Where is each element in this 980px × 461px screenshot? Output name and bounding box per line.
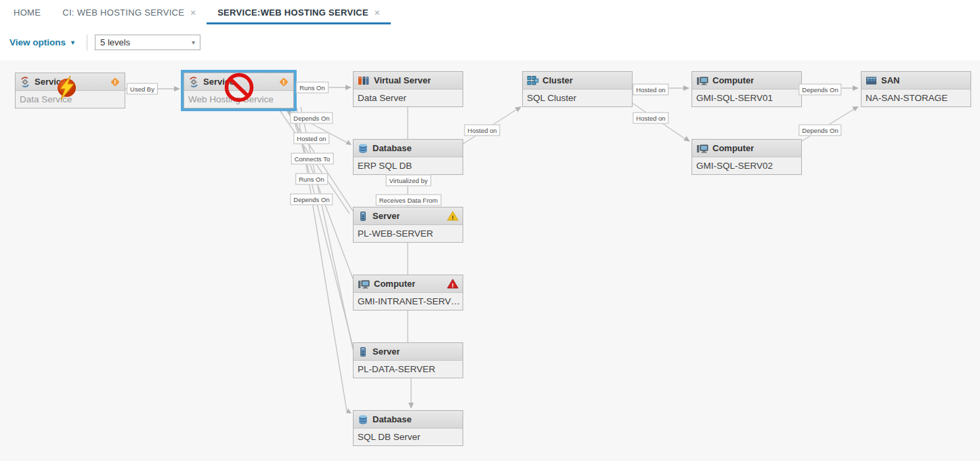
node-sql-db-server[interactable]: Database SQL DB Server — [353, 410, 463, 446]
node-type-label: Server — [372, 211, 400, 221]
service-icon — [188, 77, 199, 87]
edge-label: Depends On — [798, 125, 841, 136]
dependency-map-canvas[interactable]: Used By Runs On Depends On Hosted on Con… — [0, 60, 980, 461]
node-type-label: Database — [372, 414, 412, 424]
close-icon[interactable]: × — [190, 8, 196, 17]
node-name: PL-DATA-SERVER — [354, 361, 463, 378]
edge-label: Runs On — [295, 174, 328, 185]
tab-ci-label: CI: WEB HOSTING SERVICE — [62, 7, 184, 18]
edge-label: Virtualized by — [386, 175, 431, 186]
edge-label: Depends On — [290, 194, 333, 205]
node-data-server[interactable]: Virtual Server Data Server — [353, 71, 463, 107]
edge-label: Connects To — [291, 153, 334, 165]
node-type-label: Computer — [374, 279, 415, 289]
san-icon — [866, 75, 877, 86]
database-icon — [358, 414, 368, 425]
edge-label: Runs On — [296, 82, 328, 94]
computer-icon — [358, 279, 370, 289]
svg-text:!: ! — [283, 79, 285, 85]
edge-lines — [0, 60, 980, 461]
node-name: SQL DB Server — [354, 428, 463, 445]
edge-label: Used By — [127, 83, 158, 95]
svg-text:!: ! — [452, 214, 454, 221]
edge-label: Hosted on — [293, 133, 329, 144]
node-type-label: Virtual Server — [374, 75, 431, 85]
edge-label: Hosted on — [633, 84, 668, 96]
close-icon[interactable]: × — [375, 8, 380, 17]
computer-icon — [696, 143, 708, 154]
node-name: SQL Cluster — [523, 89, 632, 106]
server-icon — [358, 346, 368, 357]
edge-label: Depends On — [798, 84, 841, 96]
node-na-san-storage[interactable]: SAN NA-SAN-STORAGE — [861, 71, 971, 107]
node-data-service[interactable]: Service ! Data Service — [15, 73, 125, 108]
node-gmi-intranet-server[interactable]: Computer ! GMI-INTRANET-SERV… — [353, 275, 463, 310]
tab-ci-web-hosting-service[interactable]: CI: WEB HOSTING SERVICE × — [51, 0, 207, 24]
tab-home[interactable]: HOME — [0, 0, 51, 24]
node-pl-web-server[interactable]: Server ! PL-WEB-SERVER — [353, 207, 463, 243]
tab-bar: HOME CI: WEB HOSTING SERVICE × SERVICE:W… — [0, 0, 980, 25]
node-type-label: Cluster — [542, 75, 573, 85]
service-icon — [20, 77, 30, 87]
toolbar-divider — [87, 35, 87, 51]
tab-service-label: SERVICE:WEB HOSTING SERVICE — [217, 7, 368, 18]
levels-select-value: 5 levels — [100, 37, 130, 47]
node-type-label: Computer — [712, 143, 754, 153]
node-name: Data Server — [354, 89, 463, 106]
no-entry-icon — [223, 72, 255, 103]
svg-text:!: ! — [114, 79, 116, 85]
node-type-label: Server — [372, 346, 400, 357]
cluster-icon — [527, 75, 538, 86]
virtual-server-icon — [358, 75, 370, 86]
tab-home-label: HOME — [14, 7, 41, 18]
warning-yellow-icon: ! — [447, 211, 459, 221]
view-options-label: View options — [9, 37, 66, 47]
node-name: GMI-INTRANET-SERV… — [354, 293, 463, 310]
computer-icon — [696, 75, 708, 86]
levels-select[interactable]: 5 levels ▾ — [95, 35, 200, 50]
node-gmi-sql-serv02[interactable]: Computer GMI-SQL-SERV02 — [691, 139, 802, 175]
database-icon — [358, 143, 368, 154]
edge-label: Depends On — [290, 113, 333, 124]
node-sql-cluster[interactable]: Cluster SQL Cluster — [522, 71, 633, 107]
node-gmi-sql-serv01[interactable]: Computer GMI-SQL-SERV01 — [691, 71, 802, 107]
edge-label: Hosted on — [464, 125, 500, 136]
view-options-button[interactable]: View options ▾ — [9, 37, 74, 47]
node-name: NA-SAN-STORAGE — [861, 89, 971, 106]
node-type-label: SAN — [881, 75, 899, 85]
node-erp-sql-db[interactable]: Database ERP SQL DB — [353, 139, 463, 175]
warning-diamond-icon: ! — [278, 77, 289, 87]
node-name: GMI-SQL-SERV01 — [692, 89, 801, 106]
node-name: PL-WEB-SERVER — [354, 225, 463, 242]
edge-label: Receives Data From — [376, 195, 442, 206]
node-name: ERP SQL DB — [354, 157, 463, 174]
outage-lightning-icon — [54, 75, 79, 100]
server-icon — [358, 211, 368, 222]
map-toolbar: View options ▾ 5 levels ▾ — [0, 24, 980, 61]
edge-label: Hosted on — [633, 113, 668, 124]
dependency-map-window: HOME CI: WEB HOSTING SERVICE × SERVICE:W… — [0, 0, 980, 461]
chevron-down-icon: ▾ — [192, 39, 195, 46]
tab-service-web-hosting-service[interactable]: SERVICE:WEB HOSTING SERVICE × — [207, 0, 391, 24]
node-web-hosting-service[interactable]: Service ! Web Hosting Service — [184, 73, 294, 108]
chevron-down-icon: ▾ — [71, 39, 74, 46]
svg-text:!: ! — [452, 282, 454, 289]
warning-diamond-icon: ! — [110, 77, 121, 87]
node-type-label: Computer — [712, 75, 754, 85]
node-pl-data-server[interactable]: Server PL-DATA-SERVER — [353, 342, 463, 378]
warning-red-icon: ! — [447, 279, 459, 289]
node-type-label: Database — [372, 143, 412, 153]
node-name: GMI-SQL-SERV02 — [692, 157, 801, 174]
